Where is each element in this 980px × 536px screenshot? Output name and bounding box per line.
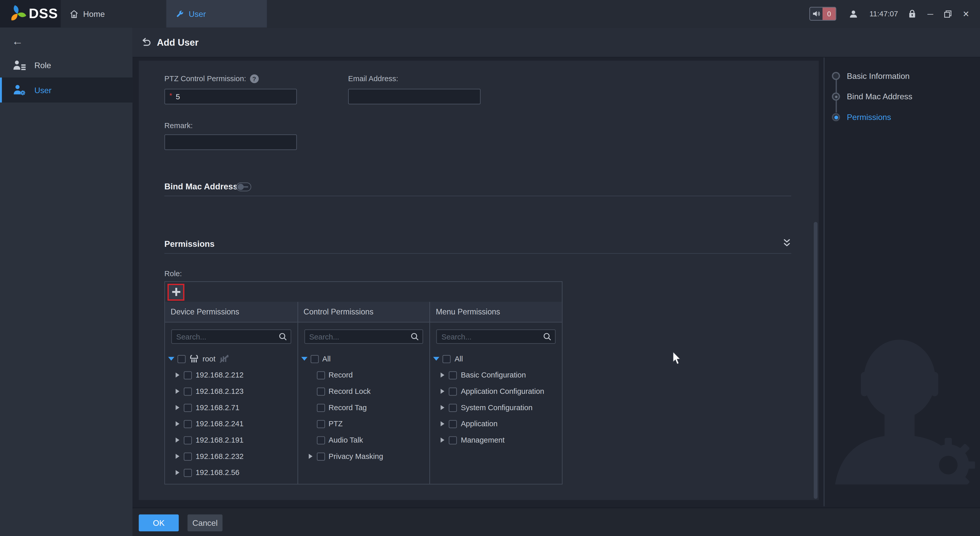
tree-node-label[interactable]: 192.168.2.232 bbox=[196, 452, 244, 461]
lock-icon[interactable] bbox=[908, 10, 916, 18]
checkbox[interactable] bbox=[449, 404, 457, 412]
ok-button[interactable]: OK bbox=[139, 515, 179, 531]
tree-node-label[interactable]: root bbox=[202, 355, 215, 363]
collapse-chevrons-icon[interactable] bbox=[783, 239, 791, 248]
email-input[interactable] bbox=[349, 89, 480, 103]
checkbox[interactable] bbox=[443, 355, 451, 363]
sidebar-item-user[interactable]: User bbox=[0, 78, 132, 103]
checkbox[interactable] bbox=[449, 436, 457, 444]
user-account-icon[interactable] bbox=[849, 9, 858, 19]
expand-icon[interactable] bbox=[174, 437, 180, 442]
tree-node-label[interactable]: 192.168.2.56 bbox=[196, 468, 240, 477]
checkbox[interactable] bbox=[184, 371, 192, 379]
expand-icon[interactable] bbox=[174, 454, 180, 459]
checkbox[interactable] bbox=[317, 404, 325, 412]
tree-node-label[interactable]: Record bbox=[328, 371, 353, 379]
tree-node-label[interactable]: Privacy Masking bbox=[328, 452, 383, 461]
permissions-section-title: Permissions bbox=[164, 239, 215, 249]
tree-node-label[interactable]: 192.168.2.212 bbox=[196, 371, 244, 379]
tree-node-label[interactable]: 192.168.2.191 bbox=[196, 436, 244, 444]
column-header: Device Permissions bbox=[165, 302, 298, 323]
close-button[interactable]: ✕ bbox=[963, 9, 969, 19]
tree-node-label[interactable]: System Configuration bbox=[461, 403, 533, 412]
expand-icon[interactable] bbox=[439, 421, 445, 426]
checkbox[interactable] bbox=[449, 387, 457, 395]
checkbox[interactable] bbox=[449, 420, 457, 428]
expand-icon[interactable] bbox=[439, 405, 445, 410]
minimize-button[interactable]: ─ bbox=[928, 9, 933, 19]
checkbox[interactable] bbox=[317, 420, 325, 428]
tree-node-label[interactable]: Basic Configuration bbox=[461, 371, 526, 379]
remark-input[interactable] bbox=[165, 135, 296, 150]
expand-icon[interactable] bbox=[174, 389, 180, 394]
tree-node-label[interactable]: 192.168.2.123 bbox=[196, 387, 244, 396]
tab-user[interactable]: User bbox=[166, 0, 267, 27]
help-icon[interactable]: ? bbox=[250, 74, 259, 83]
tree-node-label[interactable]: 192.168.2.71 bbox=[196, 403, 240, 412]
expand-collapse-icon[interactable] bbox=[433, 357, 439, 361]
tree-row: 192.168.2.212 bbox=[165, 367, 298, 383]
vertical-scrollbar[interactable] bbox=[814, 222, 818, 499]
checkbox[interactable] bbox=[178, 355, 186, 363]
expand-icon[interactable] bbox=[174, 373, 180, 378]
checkbox[interactable] bbox=[184, 387, 192, 395]
expand-icon[interactable] bbox=[307, 454, 313, 459]
step-item-permissions[interactable]: Permissions bbox=[832, 113, 891, 122]
search-input[interactable] bbox=[172, 332, 278, 341]
checkbox[interactable] bbox=[317, 436, 325, 444]
search-icon[interactable] bbox=[411, 332, 419, 341]
alarm-center-button[interactable]: 0 bbox=[810, 7, 836, 21]
expand-icon[interactable] bbox=[439, 389, 445, 394]
checkbox[interactable] bbox=[184, 436, 192, 444]
step-dot bbox=[832, 72, 840, 80]
expand-icon[interactable] bbox=[174, 470, 180, 475]
checkbox[interactable] bbox=[184, 469, 192, 477]
restore-window-button[interactable] bbox=[944, 10, 952, 18]
cancel-button[interactable]: Cancel bbox=[188, 515, 223, 531]
tree-row: 192.168.2.71 bbox=[165, 399, 298, 416]
tree-node-label[interactable]: PTZ bbox=[328, 419, 343, 428]
expand-icon[interactable] bbox=[439, 437, 445, 442]
checkbox[interactable] bbox=[317, 371, 325, 379]
checkbox[interactable] bbox=[317, 452, 325, 460]
checkbox[interactable] bbox=[184, 452, 192, 460]
checkbox[interactable] bbox=[184, 420, 192, 428]
step-dot bbox=[832, 113, 840, 121]
tree-row: 192.168.2.56 bbox=[165, 464, 298, 481]
search-input[interactable] bbox=[437, 332, 543, 341]
checkbox[interactable] bbox=[317, 387, 325, 395]
return-icon[interactable] bbox=[141, 37, 151, 47]
divider bbox=[164, 253, 791, 254]
expand-icon[interactable] bbox=[439, 373, 445, 378]
search-input[interactable] bbox=[305, 332, 411, 341]
tree-node-label[interactable]: Audio Talk bbox=[328, 436, 363, 444]
sidebar-item-role[interactable]: Role bbox=[0, 52, 132, 78]
tree-node-label[interactable]: Application bbox=[461, 419, 498, 428]
tree-row: Privacy Masking bbox=[298, 448, 430, 464]
step-item-bind-mac-address[interactable]: Bind Mac Address bbox=[832, 92, 912, 101]
add-role-button[interactable] bbox=[167, 283, 184, 301]
expand-icon[interactable] bbox=[174, 421, 180, 426]
ptz-permission-input[interactable] bbox=[172, 89, 296, 103]
tab-home-label: Home bbox=[83, 9, 105, 19]
expand-collapse-icon[interactable] bbox=[168, 357, 174, 361]
search-icon[interactable] bbox=[278, 332, 286, 341]
tree-node-label[interactable]: All bbox=[322, 355, 331, 363]
checkbox[interactable] bbox=[184, 404, 192, 412]
back-button[interactable]: ← bbox=[9, 32, 26, 50]
step-item-basic-information[interactable]: Basic Information bbox=[832, 71, 910, 81]
checkbox[interactable] bbox=[449, 371, 457, 379]
tree-node-label[interactable]: 192.168.2.241 bbox=[196, 419, 244, 428]
search-icon[interactable] bbox=[543, 332, 551, 341]
tree-node-label[interactable]: All bbox=[455, 355, 463, 363]
offline-filter-icon[interactable] bbox=[219, 355, 229, 363]
expand-collapse-icon[interactable] bbox=[301, 357, 307, 361]
checkbox[interactable] bbox=[310, 355, 318, 363]
tree-node-label[interactable]: Management bbox=[461, 436, 505, 444]
expand-icon[interactable] bbox=[174, 405, 180, 410]
bind-mac-toggle[interactable] bbox=[236, 183, 251, 191]
tree-node-label[interactable]: Record Tag bbox=[328, 403, 367, 412]
tree-node-label[interactable]: Record Lock bbox=[328, 387, 371, 396]
tab-home[interactable]: Home bbox=[60, 0, 136, 27]
tree-node-label[interactable]: Application Configuration bbox=[461, 387, 544, 396]
